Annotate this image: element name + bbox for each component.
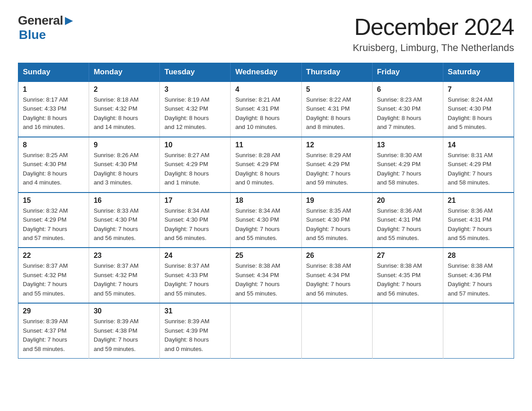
day-info: Sunrise: 8:25 AMSunset: 4:30 PMDaylight:… — [23, 151, 84, 188]
day-info: Sunrise: 8:29 AMSunset: 4:29 PMDaylight:… — [306, 151, 368, 188]
day-number: 6 — [377, 86, 438, 94]
calendar-cell: 6 Sunrise: 8:23 AMSunset: 4:30 PMDayligh… — [372, 81, 443, 137]
day-info: Sunrise: 8:23 AMSunset: 4:30 PMDaylight:… — [377, 95, 438, 132]
day-number: 13 — [377, 141, 438, 149]
day-number: 29 — [23, 307, 84, 315]
header-sunday: Sunday — [18, 63, 89, 82]
calendar-cell: 17 Sunrise: 8:34 AMSunset: 4:30 PMDaylig… — [160, 193, 231, 248]
calendar-cell: 31 Sunrise: 8:39 AMSunset: 4:39 PMDaylig… — [160, 303, 231, 358]
day-number: 8 — [23, 141, 84, 149]
day-info: Sunrise: 8:36 AMSunset: 4:31 PMDaylight:… — [448, 206, 509, 243]
logo: General Blue — [18, 13, 74, 42]
day-info: Sunrise: 8:37 AMSunset: 4:32 PMDaylight:… — [94, 261, 155, 298]
day-number: 5 — [306, 86, 368, 94]
day-number: 18 — [235, 197, 296, 205]
day-number: 1 — [23, 86, 84, 94]
calendar-cell: 7 Sunrise: 8:24 AMSunset: 4:30 PMDayligh… — [443, 81, 514, 137]
day-info: Sunrise: 8:30 AMSunset: 4:29 PMDaylight:… — [377, 151, 438, 188]
day-info: Sunrise: 8:32 AMSunset: 4:29 PMDaylight:… — [23, 206, 84, 243]
day-info: Sunrise: 8:19 AMSunset: 4:32 PMDaylight:… — [164, 95, 226, 132]
header-wednesday: Wednesday — [231, 63, 301, 82]
day-info: Sunrise: 8:38 AMSunset: 4:34 PMDaylight:… — [235, 261, 296, 298]
day-number: 22 — [23, 252, 84, 260]
title-section: December 2024 Kruisberg, Limburg, The Ne… — [353, 13, 514, 54]
header-tuesday: Tuesday — [160, 63, 231, 82]
calendar-cell: 24 Sunrise: 8:37 AMSunset: 4:33 PMDaylig… — [160, 248, 231, 303]
day-info: Sunrise: 8:31 AMSunset: 4:29 PMDaylight:… — [448, 151, 509, 188]
day-info: Sunrise: 8:33 AMSunset: 4:30 PMDaylight:… — [94, 206, 155, 243]
logo-blue-text: Blue — [19, 28, 46, 42]
calendar-cell: 25 Sunrise: 8:38 AMSunset: 4:34 PMDaylig… — [231, 248, 301, 303]
calendar-cell: 13 Sunrise: 8:30 AMSunset: 4:29 PMDaylig… — [372, 137, 443, 193]
calendar-cell: 1 Sunrise: 8:17 AMSunset: 4:33 PMDayligh… — [18, 81, 89, 137]
logo-arrow-icon — [64, 16, 74, 26]
header-monday: Monday — [89, 63, 160, 82]
day-number: 19 — [306, 197, 368, 205]
calendar-cell — [231, 303, 301, 358]
calendar-cell: 14 Sunrise: 8:31 AMSunset: 4:29 PMDaylig… — [443, 137, 514, 193]
calendar-table: SundayMondayTuesdayWednesdayThursdayFrid… — [18, 63, 514, 359]
calendar-cell: 28 Sunrise: 8:38 AMSunset: 4:36 PMDaylig… — [443, 248, 514, 303]
day-number: 2 — [94, 86, 155, 94]
week-row-1: 1 Sunrise: 8:17 AMSunset: 4:33 PMDayligh… — [18, 81, 514, 137]
day-number: 9 — [94, 141, 155, 149]
day-number: 24 — [164, 252, 226, 260]
day-info: Sunrise: 8:34 AMSunset: 4:30 PMDaylight:… — [235, 206, 296, 243]
day-info: Sunrise: 8:38 AMSunset: 4:36 PMDaylight:… — [448, 261, 509, 298]
calendar-cell: 26 Sunrise: 8:38 AMSunset: 4:34 PMDaylig… — [301, 248, 372, 303]
day-info: Sunrise: 8:38 AMSunset: 4:35 PMDaylight:… — [377, 261, 438, 298]
day-number: 28 — [448, 252, 509, 260]
day-number: 27 — [377, 252, 438, 260]
day-number: 30 — [94, 307, 155, 315]
calendar-cell: 2 Sunrise: 8:18 AMSunset: 4:32 PMDayligh… — [89, 81, 160, 137]
week-row-4: 22 Sunrise: 8:37 AMSunset: 4:32 PMDaylig… — [18, 248, 514, 303]
calendar-cell: 16 Sunrise: 8:33 AMSunset: 4:30 PMDaylig… — [89, 193, 160, 248]
day-info: Sunrise: 8:37 AMSunset: 4:32 PMDaylight:… — [23, 261, 84, 298]
calendar-cell: 23 Sunrise: 8:37 AMSunset: 4:32 PMDaylig… — [89, 248, 160, 303]
day-number: 4 — [235, 86, 296, 94]
svg-marker-0 — [65, 17, 73, 25]
day-info: Sunrise: 8:26 AMSunset: 4:30 PMDaylight:… — [94, 151, 155, 188]
day-number: 25 — [235, 252, 296, 260]
day-info: Sunrise: 8:22 AMSunset: 4:31 PMDaylight:… — [306, 95, 368, 132]
calendar-cell: 5 Sunrise: 8:22 AMSunset: 4:31 PMDayligh… — [301, 81, 372, 137]
location-subtitle: Kruisberg, Limburg, The Netherlands — [353, 42, 514, 54]
calendar-cell: 3 Sunrise: 8:19 AMSunset: 4:32 PMDayligh… — [160, 81, 231, 137]
day-info: Sunrise: 8:24 AMSunset: 4:30 PMDaylight:… — [448, 95, 509, 132]
calendar-header-row: SundayMondayTuesdayWednesdayThursdayFrid… — [18, 63, 514, 82]
day-info: Sunrise: 8:21 AMSunset: 4:31 PMDaylight:… — [235, 95, 296, 132]
calendar-cell: 20 Sunrise: 8:36 AMSunset: 4:31 PMDaylig… — [372, 193, 443, 248]
calendar-cell: 21 Sunrise: 8:36 AMSunset: 4:31 PMDaylig… — [443, 193, 514, 248]
week-row-5: 29 Sunrise: 8:39 AMSunset: 4:37 PMDaylig… — [18, 303, 514, 358]
calendar-cell: 8 Sunrise: 8:25 AMSunset: 4:30 PMDayligh… — [18, 137, 89, 193]
calendar-cell: 15 Sunrise: 8:32 AMSunset: 4:29 PMDaylig… — [18, 193, 89, 248]
day-number: 11 — [235, 141, 296, 149]
day-number: 26 — [306, 252, 368, 260]
calendar-cell: 4 Sunrise: 8:21 AMSunset: 4:31 PMDayligh… — [231, 81, 301, 137]
day-info: Sunrise: 8:35 AMSunset: 4:30 PMDaylight:… — [306, 206, 368, 243]
header-friday: Friday — [372, 63, 443, 82]
header-thursday: Thursday — [301, 63, 372, 82]
day-info: Sunrise: 8:27 AMSunset: 4:29 PMDaylight:… — [164, 151, 226, 188]
calendar-cell: 18 Sunrise: 8:34 AMSunset: 4:30 PMDaylig… — [231, 193, 301, 248]
calendar-cell: 9 Sunrise: 8:26 AMSunset: 4:30 PMDayligh… — [89, 137, 160, 193]
day-info: Sunrise: 8:34 AMSunset: 4:30 PMDaylight:… — [164, 206, 226, 243]
day-info: Sunrise: 8:39 AMSunset: 4:37 PMDaylight:… — [23, 317, 84, 354]
calendar-cell: 22 Sunrise: 8:37 AMSunset: 4:32 PMDaylig… — [18, 248, 89, 303]
day-number: 7 — [448, 86, 509, 94]
calendar-cell: 11 Sunrise: 8:28 AMSunset: 4:29 PMDaylig… — [231, 137, 301, 193]
calendar-cell: 12 Sunrise: 8:29 AMSunset: 4:29 PMDaylig… — [301, 137, 372, 193]
calendar-cell — [301, 303, 372, 358]
day-number: 16 — [94, 197, 155, 205]
day-number: 10 — [164, 141, 226, 149]
day-info: Sunrise: 8:37 AMSunset: 4:33 PMDaylight:… — [164, 261, 226, 298]
week-row-2: 8 Sunrise: 8:25 AMSunset: 4:30 PMDayligh… — [18, 137, 514, 193]
day-number: 14 — [448, 141, 509, 149]
calendar-cell — [372, 303, 443, 358]
calendar-cell: 19 Sunrise: 8:35 AMSunset: 4:30 PMDaylig… — [301, 193, 372, 248]
day-number: 17 — [164, 197, 226, 205]
calendar-cell: 27 Sunrise: 8:38 AMSunset: 4:35 PMDaylig… — [372, 248, 443, 303]
day-info: Sunrise: 8:17 AMSunset: 4:33 PMDaylight:… — [23, 95, 84, 132]
logo-general-text: General — [18, 13, 63, 28]
day-info: Sunrise: 8:36 AMSunset: 4:31 PMDaylight:… — [377, 206, 438, 243]
